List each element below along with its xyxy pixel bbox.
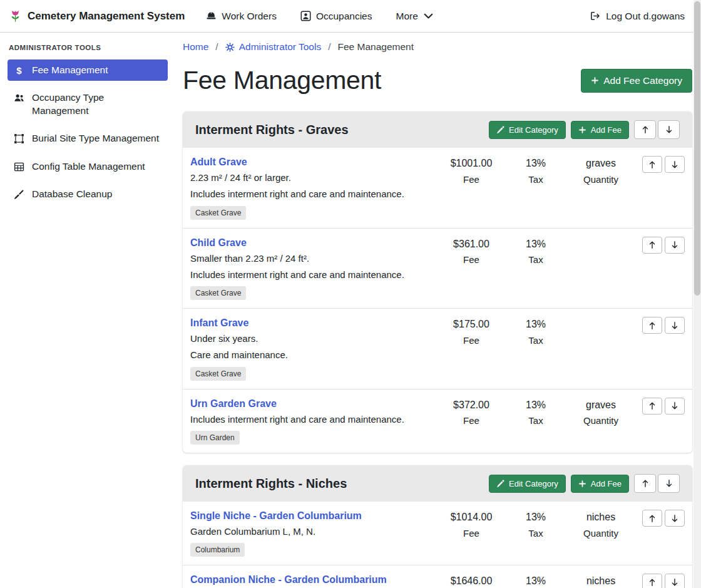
fee-amount: $1646.00 xyxy=(437,574,506,588)
fee-amount-label: Fee xyxy=(437,174,506,185)
breadcrumb: Home / Administrator Tools / Fee Managem… xyxy=(183,41,692,53)
category-reorder-controls xyxy=(634,120,680,139)
category-title: Interment Rights - Graves xyxy=(195,123,349,137)
move-fee-up-button[interactable] xyxy=(642,398,662,415)
arrow-down-icon xyxy=(670,160,679,169)
fee-quantity: niches xyxy=(566,510,636,524)
add-fee-button[interactable]: Add Fee xyxy=(571,475,629,493)
fee-info: Single Niche - Garden Columbarium Garden… xyxy=(190,510,437,557)
fee-name-link[interactable]: Companion Niche - Garden Columbarium xyxy=(190,574,387,585)
move-fee-up-button[interactable] xyxy=(642,574,662,588)
fee-tax-column: 13% Tax xyxy=(506,510,566,539)
sidebar-item-fee-management[interactable]: $ Fee Management xyxy=(8,59,168,81)
chevron-down-icon xyxy=(423,11,434,21)
nav-work-orders[interactable]: Work Orders xyxy=(206,11,277,22)
logout-label: Log Out d.gowans xyxy=(606,11,685,22)
fee-name-link[interactable]: Child Grave xyxy=(190,237,247,249)
dollar-icon: $ xyxy=(14,65,24,76)
logout-button[interactable]: Log Out d.gowans xyxy=(590,11,685,22)
breadcrumb-separator: / xyxy=(215,41,218,53)
nav-more[interactable]: More xyxy=(396,11,434,22)
fee-amount-column: $1014.00 Fee xyxy=(437,510,506,539)
move-fee-down-button[interactable] xyxy=(665,237,685,254)
fee-reorder-controls xyxy=(636,317,685,334)
edit-category-button-label: Edit Category xyxy=(509,479,558,488)
fee-tax: 13% xyxy=(506,317,566,331)
fee-row: Single Niche - Garden Columbarium Garden… xyxy=(183,502,692,565)
app-title: Cemetery Management System xyxy=(28,10,185,23)
move-fee-up-button[interactable] xyxy=(642,237,662,254)
sidebar-item-label: Occupancy Type Management xyxy=(32,91,161,117)
fee-tax-column: 13% Tax xyxy=(506,317,566,346)
nav-occupancies[interactable]: Occupancies xyxy=(300,11,372,22)
fee-name-link[interactable]: Infant Grave xyxy=(190,317,248,329)
breadcrumb-home[interactable]: Home xyxy=(183,41,208,53)
fee-tax-label: Tax xyxy=(506,174,566,185)
top-navbar: Cemetery Management System Work Orders O… xyxy=(0,0,701,33)
sidebar-item-burial-site-type-management[interactable]: Burial Site Type Management xyxy=(8,128,168,149)
add-fee-button[interactable]: Add Fee xyxy=(571,121,629,139)
fee-description: Includes interment right and care and ma… xyxy=(190,268,432,281)
fee-quantity-label: Quantity xyxy=(566,174,636,185)
fee-tax: 13% xyxy=(506,157,566,170)
move-fee-down-button[interactable] xyxy=(665,156,685,173)
nav-more-label: More xyxy=(396,11,418,22)
arrow-up-icon xyxy=(648,401,657,410)
move-fee-up-button[interactable] xyxy=(642,317,662,334)
plus-icon xyxy=(578,480,586,488)
move-fee-down-button[interactable] xyxy=(665,510,685,527)
fee-row: Infant Grave Under six years.Care and ma… xyxy=(183,308,692,389)
move-category-up-button[interactable] xyxy=(634,120,656,139)
move-fee-down-button[interactable] xyxy=(665,317,685,334)
hard-hat-icon xyxy=(206,11,217,21)
move-fee-down-button[interactable] xyxy=(665,574,685,588)
fee-tax-column: 13% Tax xyxy=(506,237,566,266)
fee-tax: 13% xyxy=(506,510,566,524)
move-category-down-button[interactable] xyxy=(658,120,680,139)
scrollbar-thumb[interactable] xyxy=(694,1,700,296)
edit-category-button[interactable]: Edit Category xyxy=(489,121,566,139)
fee-tax: 13% xyxy=(506,574,566,588)
fee-amount-column: $361.00 Fee xyxy=(437,237,506,266)
fee-amount-label: Fee xyxy=(437,254,506,265)
fee-name-link[interactable]: Adult Grave xyxy=(190,157,247,168)
plus-icon xyxy=(591,76,599,85)
breadcrumb-admin-tools[interactable]: Administrator Tools xyxy=(225,41,322,53)
people-icon xyxy=(14,93,24,103)
fee-quantity: niches xyxy=(566,574,636,588)
sidebar-item-label: Fee Management xyxy=(32,64,108,76)
move-fee-up-button[interactable] xyxy=(642,156,662,173)
gear-icon xyxy=(225,43,235,52)
move-fee-down-button[interactable] xyxy=(665,398,685,415)
main-content: Home / Administrator Tools / Fee Managem… xyxy=(175,33,701,588)
fee-description: 2.23 m² / 24 ft² or larger. xyxy=(190,171,432,184)
fee-description: Garden Columbarium L, M, N. xyxy=(190,525,432,538)
arrow-down-icon xyxy=(670,321,679,330)
sidebar-item-database-cleanup[interactable]: Database Cleanup xyxy=(8,183,168,205)
fee-name-link[interactable]: Urn Garden Grave xyxy=(190,398,277,410)
category-title: Interment Rights - Niches xyxy=(195,477,347,491)
fee-quantity: graves xyxy=(566,398,636,412)
move-category-down-button[interactable] xyxy=(658,474,680,493)
category-controls: Edit Category Add Fee xyxy=(489,474,680,493)
nav-occupancies-label: Occupancies xyxy=(316,11,372,22)
add-fee-button-label: Add Fee xyxy=(591,125,622,135)
sidebar-item-config-table-management[interactable]: Config Table Management xyxy=(8,156,168,177)
fee-descriptions: Smaller than 2.23 m² / 24 ft².Includes i… xyxy=(190,252,432,282)
sidebar-item-occupancy-type-management[interactable]: Occupancy Type Management xyxy=(8,87,168,121)
add-fee-category-button[interactable]: Add Fee Category xyxy=(581,69,692,93)
arrow-down-icon xyxy=(670,401,679,410)
fee-descriptions: 2.23 m² / 24 ft² or larger.Includes inte… xyxy=(190,171,432,201)
breadcrumb-separator: / xyxy=(328,41,330,53)
page-scrollbar[interactable] xyxy=(693,0,701,588)
app-brand[interactable]: Cemetery Management System xyxy=(9,9,185,23)
fee-reorder-controls xyxy=(636,510,685,527)
fee-amount: $1014.00 xyxy=(437,510,506,524)
fee-quantity-column: niches Quantity xyxy=(566,574,636,588)
move-fee-up-button[interactable] xyxy=(642,510,662,527)
fee-info: Infant Grave Under six years.Care and ma… xyxy=(190,317,437,381)
fee-name-link[interactable]: Single Niche - Garden Columbarium xyxy=(190,510,362,522)
move-category-up-button[interactable] xyxy=(634,474,656,493)
tulip-logo-icon xyxy=(9,9,22,23)
edit-category-button[interactable]: Edit Category xyxy=(489,475,566,493)
